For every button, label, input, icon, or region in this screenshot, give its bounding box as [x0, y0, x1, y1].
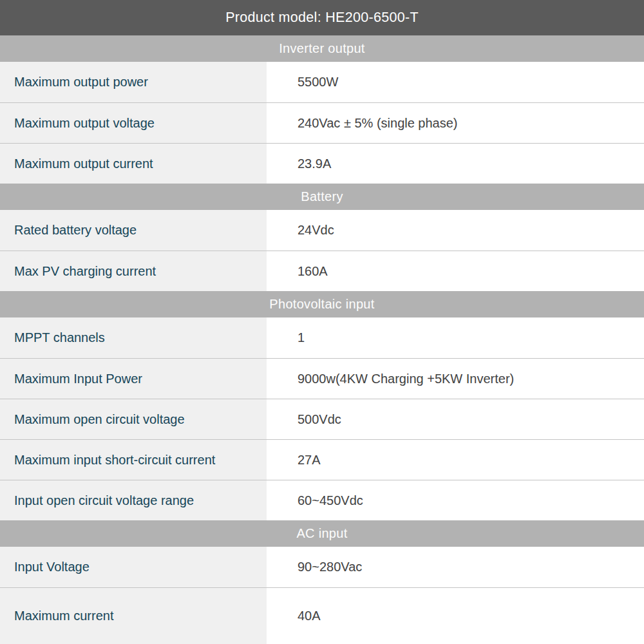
spec-label-cell: Input open circuit voltage range	[0, 480, 267, 520]
spec-value-cell: 500Vdc	[267, 399, 644, 439]
spec-label: Maximum Input Power	[14, 372, 142, 386]
spec-label: Maximum open circuit voltage	[14, 412, 185, 427]
spec-label-cell: Maximum current	[0, 588, 267, 644]
spec-row: Max PV charging current 160A	[0, 251, 644, 291]
section-header-photovoltaic-input: Photovoltaic input	[0, 291, 644, 317]
spec-row: Rated battery voltage 24Vdc	[0, 210, 644, 251]
spec-value: 5500W	[298, 75, 338, 90]
spec-value: 90~280Vac	[298, 560, 362, 574]
spec-row: Maximum current 40A	[0, 587, 644, 644]
spec-label-cell: Input Voltage	[0, 547, 267, 587]
section-header-inverter-output: Inverter output	[0, 35, 644, 62]
spec-label: Maximum output voltage	[14, 116, 155, 131]
spec-value-cell: 90~280Vac	[267, 547, 644, 587]
spec-value-cell: 27A	[267, 440, 644, 480]
spec-label: Input Voltage	[14, 560, 90, 574]
section-title: AC input	[296, 526, 347, 541]
spec-value: 500Vdc	[298, 412, 341, 427]
spec-value-cell: 40A	[267, 588, 644, 644]
spec-value-cell: 9000w(4KW Charging +5KW Inverter)	[267, 359, 644, 399]
spec-row: MPPT channels 1	[0, 317, 644, 358]
spec-value-cell: 5500W	[267, 62, 644, 102]
spec-row: Maximum output current 23.9A	[0, 143, 644, 184]
spec-label: Maximum output power	[14, 75, 148, 90]
spec-value: 24Vdc	[298, 223, 334, 238]
spec-value: 1	[298, 330, 305, 345]
spec-value: 60~450Vdc	[298, 493, 363, 508]
spec-value-cell: 240Vac ± 5% (single phase)	[267, 103, 644, 143]
spec-value-cell: 23.9A	[267, 144, 644, 184]
spec-value-cell: 1	[267, 317, 644, 358]
spec-label-cell: Maximum output voltage	[0, 103, 267, 143]
spec-label: Maximum output current	[14, 156, 153, 171]
spec-label-cell: Maximum output current	[0, 144, 267, 184]
spec-value-cell: 160A	[267, 251, 644, 291]
spec-label-cell: Maximum open circuit voltage	[0, 399, 267, 439]
section-title: Inverter output	[279, 41, 365, 56]
spec-row: Maximum output voltage 240Vac ± 5% (sing…	[0, 102, 644, 143]
spec-value: 160A	[298, 264, 328, 279]
product-spec-table: Product model: HE200-6500-T Inverter out…	[0, 0, 644, 644]
spec-label: Input open circuit voltage range	[14, 493, 194, 508]
spec-label: Maximum current	[14, 609, 113, 623]
section-title: Battery	[301, 189, 343, 204]
spec-value: 23.9A	[298, 156, 331, 171]
spec-row: Input Voltage 90~280Vac	[0, 547, 644, 587]
product-model-title: Product model: HE200-6500-T	[225, 10, 419, 26]
section-header-ac-input: AC input	[0, 520, 644, 547]
spec-row: Maximum open circuit voltage 500Vdc	[0, 399, 644, 439]
spec-label: Max PV charging current	[14, 264, 156, 279]
spec-label: MPPT channels	[14, 330, 105, 345]
spec-label-cell: Max PV charging current	[0, 251, 267, 291]
spec-label: Maximum input short-circuit current	[14, 453, 215, 468]
spec-value: 27A	[298, 453, 321, 468]
spec-label-cell: Maximum Input Power	[0, 359, 267, 399]
spec-row: Input open circuit voltage range 60~450V…	[0, 480, 644, 520]
spec-row: Maximum Input Power 9000w(4KW Charging +…	[0, 358, 644, 399]
spec-value: 40A	[298, 609, 321, 623]
spec-value-cell: 60~450Vdc	[267, 480, 644, 520]
section-title: Photovoltaic input	[269, 297, 374, 312]
spec-label-cell: Maximum input short-circuit current	[0, 440, 267, 480]
product-model-header: Product model: HE200-6500-T	[0, 0, 644, 35]
spec-label-cell: MPPT channels	[0, 317, 267, 358]
spec-row: Maximum output power 5500W	[0, 62, 644, 102]
spec-value: 9000w(4KW Charging +5KW Inverter)	[298, 372, 514, 386]
spec-label-cell: Rated battery voltage	[0, 210, 267, 251]
section-header-battery: Battery	[0, 184, 644, 210]
spec-label: Rated battery voltage	[14, 223, 137, 238]
spec-value: 240Vac ± 5% (single phase)	[298, 116, 458, 131]
spec-value-cell: 24Vdc	[267, 210, 644, 251]
spec-label-cell: Maximum output power	[0, 62, 267, 102]
spec-row: Maximum input short-circuit current 27A	[0, 439, 644, 480]
